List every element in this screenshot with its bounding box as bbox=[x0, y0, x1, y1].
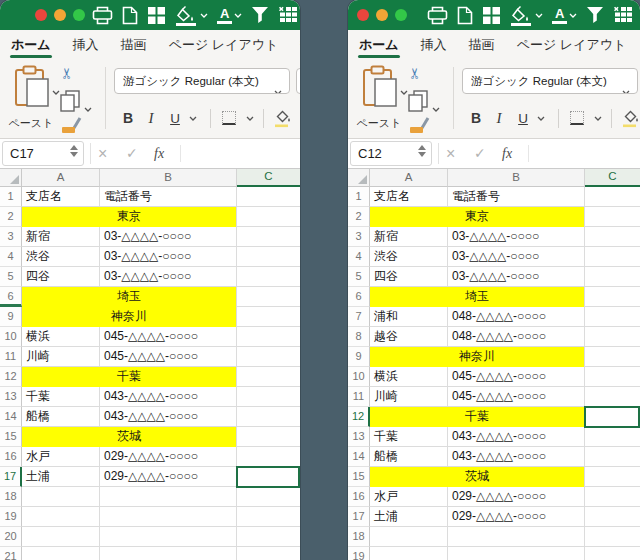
cell[interactable] bbox=[22, 487, 100, 507]
cell[interactable]: 支店名 bbox=[370, 187, 448, 207]
cell[interactable] bbox=[585, 407, 640, 427]
row-header[interactable]: 2 bbox=[348, 207, 370, 227]
cell[interactable] bbox=[585, 507, 640, 527]
printer-icon[interactable] bbox=[92, 6, 113, 25]
row-header[interactable]: 8 bbox=[348, 327, 370, 347]
bold-button[interactable]: B bbox=[118, 105, 138, 131]
column-header-a[interactable]: A bbox=[370, 169, 448, 187]
row-header[interactable]: 21 bbox=[0, 547, 22, 560]
row-header[interactable]: 5 bbox=[0, 267, 22, 287]
row-header[interactable]: 4 bbox=[348, 247, 370, 267]
underline-button[interactable]: U bbox=[166, 105, 184, 131]
row-header[interactable]: 3 bbox=[348, 227, 370, 247]
cell[interactable] bbox=[448, 547, 585, 560]
row-header[interactable]: 13 bbox=[0, 387, 22, 407]
new-document-icon[interactable] bbox=[457, 6, 473, 25]
cell[interactable] bbox=[237, 547, 300, 560]
cell[interactable] bbox=[237, 507, 300, 527]
cell[interactable]: 水戸 bbox=[22, 447, 100, 467]
row-header[interactable]: 17 bbox=[348, 507, 370, 527]
paste-button[interactable] bbox=[362, 65, 398, 113]
row-header[interactable]: 16 bbox=[0, 447, 22, 467]
borders-dropdown-chevron[interactable] bbox=[246, 105, 254, 131]
merged-group-cell[interactable]: 埼玉 bbox=[22, 287, 237, 307]
cell[interactable] bbox=[585, 387, 640, 407]
cell[interactable]: 新宿 bbox=[370, 227, 448, 247]
cell[interactable]: 03-△△△△-○○○○ bbox=[448, 267, 585, 287]
cell[interactable] bbox=[22, 547, 100, 560]
tab-formulas[interactable]: 数式 bbox=[289, 30, 300, 59]
row-header[interactable]: 18 bbox=[348, 527, 370, 547]
window-titlebar[interactable]: A bbox=[348, 0, 640, 30]
cell[interactable]: 四谷 bbox=[370, 267, 448, 287]
row-header[interactable]: 9 bbox=[348, 347, 370, 367]
cell[interactable]: 川崎 bbox=[370, 387, 448, 407]
cell[interactable] bbox=[370, 527, 448, 547]
cell[interactable] bbox=[237, 387, 300, 407]
row-header[interactable]: 11 bbox=[0, 347, 22, 367]
row-header[interactable]: 10 bbox=[0, 327, 22, 347]
cell[interactable] bbox=[100, 547, 237, 560]
row-header[interactable]: 2 bbox=[0, 207, 22, 227]
row-header[interactable]: 3 bbox=[0, 227, 22, 247]
tab-insert[interactable]: 挿入 bbox=[62, 30, 110, 59]
cell[interactable]: 03-△△△△-○○○○ bbox=[100, 247, 237, 267]
cell[interactable] bbox=[237, 267, 300, 287]
cell[interactable]: 045-△△△△-○○○○ bbox=[100, 347, 237, 367]
minimize-window-button[interactable] bbox=[376, 9, 388, 21]
merged-group-cell[interactable]: 茨城 bbox=[22, 427, 237, 447]
cell[interactable] bbox=[100, 487, 237, 507]
name-box[interactable]: C12 bbox=[350, 141, 432, 166]
fill-color-icon[interactable] bbox=[175, 5, 208, 26]
font-size-select[interactable] bbox=[296, 68, 300, 94]
row-header[interactable]: 15 bbox=[0, 427, 22, 447]
select-all-corner[interactable] bbox=[0, 169, 22, 187]
new-table-icon[interactable] bbox=[613, 6, 633, 25]
column-header-b[interactable]: B bbox=[100, 169, 237, 187]
cell[interactable] bbox=[237, 287, 300, 307]
cell[interactable] bbox=[237, 247, 300, 267]
fill-color-button[interactable] bbox=[273, 105, 291, 131]
minimize-window-button[interactable] bbox=[54, 9, 66, 21]
row-header[interactable]: 4 bbox=[0, 247, 22, 267]
close-window-button[interactable] bbox=[35, 9, 47, 21]
cell[interactable] bbox=[585, 527, 640, 547]
format-painter-icon[interactable] bbox=[59, 115, 83, 139]
cell[interactable] bbox=[585, 207, 640, 227]
close-window-button[interactable] bbox=[357, 9, 369, 21]
new-document-icon[interactable] bbox=[122, 6, 138, 25]
zoom-window-button[interactable] bbox=[395, 9, 407, 21]
underline-dropdown-chevron[interactable] bbox=[537, 105, 545, 131]
merged-group-cell[interactable]: 東京 bbox=[22, 207, 237, 227]
fill-color-button[interactable] bbox=[621, 105, 639, 131]
font-color-icon[interactable]: A bbox=[552, 7, 577, 24]
cell[interactable] bbox=[237, 227, 300, 247]
merged-group-cell[interactable]: 神奈川 bbox=[370, 347, 585, 367]
copy-dropdown-chevron[interactable] bbox=[432, 98, 440, 116]
row-header[interactable]: 17 bbox=[0, 467, 22, 487]
cell[interactable]: 横浜 bbox=[22, 327, 100, 347]
cell[interactable] bbox=[237, 307, 300, 327]
tab-home[interactable]: ホーム bbox=[0, 30, 62, 59]
cell[interactable] bbox=[448, 527, 585, 547]
cell[interactable]: 045-△△△△-○○○○ bbox=[448, 387, 585, 407]
row-header[interactable]: 19 bbox=[348, 547, 370, 560]
cell[interactable]: 土浦 bbox=[370, 507, 448, 527]
cell[interactable] bbox=[22, 507, 100, 527]
cell[interactable]: 支店名 bbox=[22, 187, 100, 207]
merged-group-cell[interactable]: 千葉 bbox=[22, 367, 237, 387]
cell[interactable]: 川崎 bbox=[22, 347, 100, 367]
cell[interactable] bbox=[100, 507, 237, 527]
cell[interactable] bbox=[585, 427, 640, 447]
copy-icon[interactable] bbox=[60, 90, 80, 116]
cell[interactable] bbox=[585, 287, 640, 307]
row-header[interactable]: 12 bbox=[348, 407, 370, 427]
row-header[interactable]: 9 bbox=[0, 307, 22, 327]
row-header[interactable]: 14 bbox=[0, 407, 22, 427]
tab-draw[interactable]: 描画 bbox=[458, 30, 506, 59]
borders-button[interactable] bbox=[222, 105, 236, 131]
cell[interactable] bbox=[237, 407, 300, 427]
cell[interactable] bbox=[237, 527, 300, 547]
tab-page-layout[interactable]: ページ レイアウト bbox=[158, 30, 290, 59]
zoom-window-button[interactable] bbox=[73, 9, 85, 21]
